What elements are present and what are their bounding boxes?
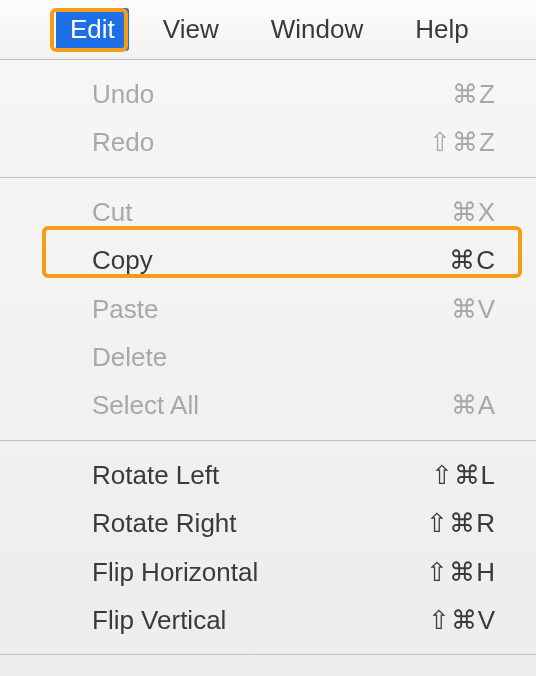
- menu-item-flip-horizontal[interactable]: Flip Horizontal ⇧⌘H: [0, 548, 536, 596]
- edit-dropdown-menu: Undo ⌘Z Redo ⇧⌘Z Cut ⌘X Copy ⌘C Paste ⌘V…: [0, 60, 536, 676]
- menu-label: Cut: [92, 194, 132, 230]
- menu-item-delete: Delete: [0, 333, 536, 381]
- menu-separator: [0, 440, 536, 441]
- menu-separator: [0, 654, 536, 655]
- menu-label: Rotate Right: [92, 505, 237, 541]
- menu-shortcut: ⌘Z: [452, 76, 496, 112]
- menu-label: Flip Vertical: [92, 602, 226, 638]
- menu-label: Redo: [92, 124, 154, 160]
- menubar-window[interactable]: Window: [253, 8, 381, 51]
- menu-shortcut: ⌘A: [451, 387, 496, 423]
- menu-item-rotate-left[interactable]: Rotate Left ⇧⌘L: [0, 451, 536, 499]
- menu-shortcut: ⇧⌘R: [426, 505, 496, 541]
- menu-item-redo: Redo ⇧⌘Z: [0, 118, 536, 166]
- menu-item-select-all: Select All ⌘A: [0, 381, 536, 429]
- menu-item-cut: Cut ⌘X: [0, 188, 536, 236]
- menu-item-rotate-right[interactable]: Rotate Right ⇧⌘R: [0, 499, 536, 547]
- menu-item-clip-alignment[interactable]: Clip Alignment ▶: [0, 665, 536, 676]
- menubar-edit[interactable]: Edit: [56, 8, 129, 51]
- menu-shortcut: ⇧⌘V: [428, 602, 496, 638]
- menu-label: Clip Alignment: [92, 671, 258, 676]
- menubar-help[interactable]: Help: [397, 8, 486, 51]
- menu-shortcut: ⌘X: [451, 194, 496, 230]
- app-window: Edit View Window Help Undo ⌘Z Redo ⇧⌘Z C…: [0, 0, 536, 676]
- menu-shortcut: ⇧⌘L: [431, 457, 496, 493]
- menu-item-undo: Undo ⌘Z: [0, 70, 536, 118]
- menu-label: Rotate Left: [92, 457, 219, 493]
- menu-label: Select All: [92, 387, 199, 423]
- menu-label: Undo: [92, 76, 154, 112]
- menu-label: Copy: [92, 242, 153, 278]
- menu-label: Flip Horizontal: [92, 554, 258, 590]
- menu-label: Delete: [92, 339, 167, 375]
- menu-shortcut: ⌘C: [449, 242, 496, 278]
- menu-shortcut: ⇧⌘H: [426, 554, 496, 590]
- menu-item-copy[interactable]: Copy ⌘C: [0, 236, 536, 284]
- menu-shortcut: ⌘V: [451, 291, 496, 327]
- menu-separator: [0, 177, 536, 178]
- menu-label: Paste: [92, 291, 159, 327]
- menu-item-flip-vertical[interactable]: Flip Vertical ⇧⌘V: [0, 596, 536, 644]
- menu-shortcut: ⇧⌘Z: [429, 124, 496, 160]
- menu-item-paste: Paste ⌘V: [0, 285, 536, 333]
- menubar-view[interactable]: View: [145, 8, 237, 51]
- menubar: Edit View Window Help: [0, 0, 536, 60]
